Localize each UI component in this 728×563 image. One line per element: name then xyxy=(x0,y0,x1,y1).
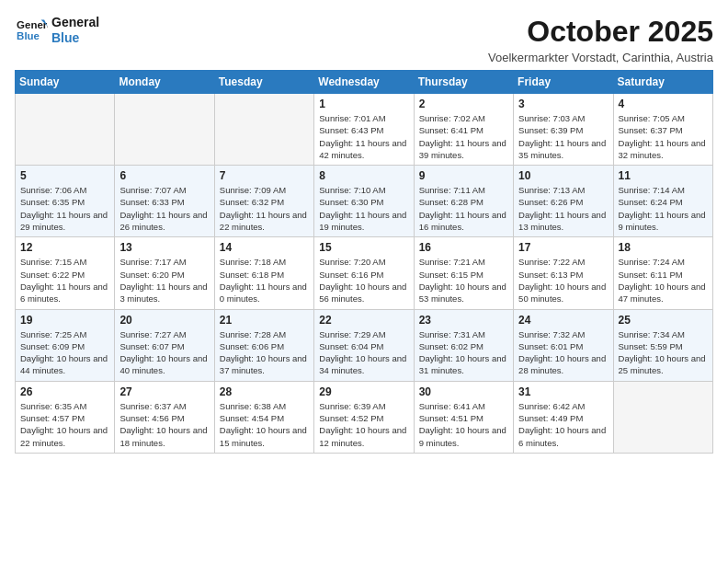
day-info: Sunrise: 7:27 AM Sunset: 6:07 PM Dayligh… xyxy=(119,328,209,377)
calendar-day-cell: 9Sunrise: 7:11 AM Sunset: 6:28 PM Daylig… xyxy=(414,166,513,237)
calendar-day-cell: 8Sunrise: 7:10 AM Sunset: 6:30 PM Daylig… xyxy=(314,166,414,237)
day-info: Sunrise: 7:05 AM Sunset: 6:37 PM Dayligh… xyxy=(619,112,708,161)
day-info: Sunrise: 7:34 AM Sunset: 5:59 PM Dayligh… xyxy=(619,328,708,377)
calendar-day-cell: 25Sunrise: 7:34 AM Sunset: 5:59 PM Dayli… xyxy=(613,309,712,381)
weekday-header: Sunday xyxy=(16,71,115,94)
calendar-day-cell: 6Sunrise: 7:07 AM Sunset: 6:33 PM Daylig… xyxy=(115,166,214,237)
weekday-header: Friday xyxy=(514,71,613,94)
calendar-day-cell: 30Sunrise: 6:41 AM Sunset: 4:51 PM Dayli… xyxy=(414,381,513,453)
calendar-day-cell: 7Sunrise: 7:09 AM Sunset: 6:32 PM Daylig… xyxy=(214,166,313,237)
calendar-table: SundayMondayTuesdayWednesdayThursdayFrid… xyxy=(15,70,713,454)
day-info: Sunrise: 7:25 AM Sunset: 6:09 PM Dayligh… xyxy=(20,328,109,377)
day-info: Sunrise: 7:06 AM Sunset: 6:35 PM Dayligh… xyxy=(20,184,109,233)
calendar-day-cell: 31Sunrise: 6:42 AM Sunset: 4:49 PM Dayli… xyxy=(514,381,613,453)
calendar-day-cell: 23Sunrise: 7:31 AM Sunset: 6:02 PM Dayli… xyxy=(414,309,513,381)
day-number: 28 xyxy=(220,385,309,398)
calendar-day-cell: 19Sunrise: 7:25 AM Sunset: 6:09 PM Dayli… xyxy=(16,309,115,381)
calendar-day-cell: 17Sunrise: 7:22 AM Sunset: 6:13 PM Dayli… xyxy=(514,237,613,309)
calendar-day-cell: 10Sunrise: 7:13 AM Sunset: 6:26 PM Dayli… xyxy=(514,166,613,237)
day-number: 16 xyxy=(419,241,508,254)
calendar-day-cell xyxy=(613,381,712,453)
day-info: Sunrise: 7:09 AM Sunset: 6:32 PM Dayligh… xyxy=(220,184,309,233)
day-info: Sunrise: 7:28 AM Sunset: 6:06 PM Dayligh… xyxy=(220,328,309,377)
day-number: 5 xyxy=(20,169,109,182)
calendar-day-cell: 16Sunrise: 7:21 AM Sunset: 6:15 PM Dayli… xyxy=(414,237,513,309)
day-info: Sunrise: 7:07 AM Sunset: 6:33 PM Dayligh… xyxy=(119,184,209,233)
day-number: 12 xyxy=(20,241,109,254)
day-info: Sunrise: 7:15 AM Sunset: 6:22 PM Dayligh… xyxy=(20,256,109,304)
weekday-header: Saturday xyxy=(613,71,712,94)
logo: General Blue GeneralBlue xyxy=(15,15,99,46)
calendar-day-cell: 21Sunrise: 7:28 AM Sunset: 6:06 PM Dayli… xyxy=(214,309,313,381)
calendar-day-cell: 2Sunrise: 7:02 AM Sunset: 6:41 PM Daylig… xyxy=(414,94,513,166)
day-number: 31 xyxy=(518,385,608,398)
day-number: 22 xyxy=(319,314,408,327)
calendar-day-cell: 12Sunrise: 7:15 AM Sunset: 6:22 PM Dayli… xyxy=(16,237,115,309)
day-number: 15 xyxy=(319,241,408,254)
day-info: Sunrise: 6:38 AM Sunset: 4:54 PM Dayligh… xyxy=(220,400,309,449)
calendar-day-cell: 20Sunrise: 7:27 AM Sunset: 6:07 PM Dayli… xyxy=(115,309,214,381)
day-number: 24 xyxy=(518,314,608,327)
calendar-day-cell: 1Sunrise: 7:01 AM Sunset: 6:43 PM Daylig… xyxy=(314,94,414,166)
day-info: Sunrise: 7:01 AM Sunset: 6:43 PM Dayligh… xyxy=(319,112,408,161)
day-number: 18 xyxy=(619,241,708,254)
day-info: Sunrise: 6:41 AM Sunset: 4:51 PM Dayligh… xyxy=(419,400,508,449)
day-number: 11 xyxy=(619,169,708,182)
calendar-day-cell xyxy=(16,94,115,166)
day-number: 29 xyxy=(319,385,408,398)
day-number: 19 xyxy=(20,314,109,327)
page-header: General Blue GeneralBlue October 2025 Vo… xyxy=(15,15,713,64)
calendar-week-row: 19Sunrise: 7:25 AM Sunset: 6:09 PM Dayli… xyxy=(16,309,713,381)
day-number: 13 xyxy=(119,241,209,254)
day-number: 30 xyxy=(419,385,508,398)
day-info: Sunrise: 7:10 AM Sunset: 6:30 PM Dayligh… xyxy=(319,184,408,233)
calendar-day-cell: 3Sunrise: 7:03 AM Sunset: 6:39 PM Daylig… xyxy=(514,94,613,166)
calendar-day-cell: 13Sunrise: 7:17 AM Sunset: 6:20 PM Dayli… xyxy=(115,237,214,309)
calendar-week-row: 1Sunrise: 7:01 AM Sunset: 6:43 PM Daylig… xyxy=(16,94,713,166)
calendar-week-row: 12Sunrise: 7:15 AM Sunset: 6:22 PM Dayli… xyxy=(16,237,713,309)
location-subtitle: Voelkermarkter Vorstadt, Carinthia, Aust… xyxy=(488,51,713,64)
calendar-week-row: 26Sunrise: 6:35 AM Sunset: 4:57 PM Dayli… xyxy=(16,381,713,453)
calendar-day-cell: 29Sunrise: 6:39 AM Sunset: 4:52 PM Dayli… xyxy=(314,381,414,453)
day-info: Sunrise: 7:20 AM Sunset: 6:16 PM Dayligh… xyxy=(319,256,408,304)
weekday-header: Monday xyxy=(115,71,214,94)
weekday-header: Thursday xyxy=(414,71,513,94)
day-number: 25 xyxy=(619,314,708,327)
day-number: 7 xyxy=(220,169,309,182)
calendar-day-cell: 15Sunrise: 7:20 AM Sunset: 6:16 PM Dayli… xyxy=(314,237,414,309)
day-number: 10 xyxy=(518,169,608,182)
day-info: Sunrise: 7:24 AM Sunset: 6:11 PM Dayligh… xyxy=(619,256,708,304)
day-number: 1 xyxy=(319,98,408,110)
day-number: 20 xyxy=(119,314,209,327)
day-number: 27 xyxy=(119,385,209,398)
day-info: Sunrise: 7:17 AM Sunset: 6:20 PM Dayligh… xyxy=(119,256,209,304)
day-number: 17 xyxy=(518,241,608,254)
svg-text:Blue: Blue xyxy=(17,30,40,41)
calendar-day-cell: 14Sunrise: 7:18 AM Sunset: 6:18 PM Dayli… xyxy=(214,237,313,309)
day-number: 14 xyxy=(220,241,309,254)
calendar-day-cell: 4Sunrise: 7:05 AM Sunset: 6:37 PM Daylig… xyxy=(613,94,712,166)
day-info: Sunrise: 7:22 AM Sunset: 6:13 PM Dayligh… xyxy=(518,256,608,304)
day-info: Sunrise: 7:32 AM Sunset: 6:01 PM Dayligh… xyxy=(518,328,608,377)
day-info: Sunrise: 7:18 AM Sunset: 6:18 PM Dayligh… xyxy=(220,256,309,304)
day-number: 2 xyxy=(419,98,508,110)
calendar-day-cell: 28Sunrise: 6:38 AM Sunset: 4:54 PM Dayli… xyxy=(214,381,313,453)
logo-icon: General Blue xyxy=(15,17,48,44)
day-info: Sunrise: 7:03 AM Sunset: 6:39 PM Dayligh… xyxy=(518,112,608,161)
day-info: Sunrise: 7:29 AM Sunset: 6:04 PM Dayligh… xyxy=(319,328,408,377)
day-number: 26 xyxy=(20,385,109,398)
day-info: Sunrise: 7:11 AM Sunset: 6:28 PM Dayligh… xyxy=(419,184,508,233)
day-info: Sunrise: 6:42 AM Sunset: 4:49 PM Dayligh… xyxy=(518,400,608,449)
day-number: 4 xyxy=(619,98,708,110)
day-info: Sunrise: 7:21 AM Sunset: 6:15 PM Dayligh… xyxy=(419,256,508,304)
calendar-day-cell xyxy=(115,94,214,166)
title-block: October 2025 Voelkermarkter Vorstadt, Ca… xyxy=(488,15,713,64)
calendar-day-cell: 27Sunrise: 6:37 AM Sunset: 4:56 PM Dayli… xyxy=(115,381,214,453)
day-number: 21 xyxy=(220,314,309,327)
calendar-day-cell: 18Sunrise: 7:24 AM Sunset: 6:11 PM Dayli… xyxy=(613,237,712,309)
calendar-day-cell: 22Sunrise: 7:29 AM Sunset: 6:04 PM Dayli… xyxy=(314,309,414,381)
calendar-day-cell: 24Sunrise: 7:32 AM Sunset: 6:01 PM Dayli… xyxy=(514,309,613,381)
day-info: Sunrise: 6:37 AM Sunset: 4:56 PM Dayligh… xyxy=(119,400,209,449)
day-info: Sunrise: 6:39 AM Sunset: 4:52 PM Dayligh… xyxy=(319,400,408,449)
day-number: 3 xyxy=(518,98,608,110)
